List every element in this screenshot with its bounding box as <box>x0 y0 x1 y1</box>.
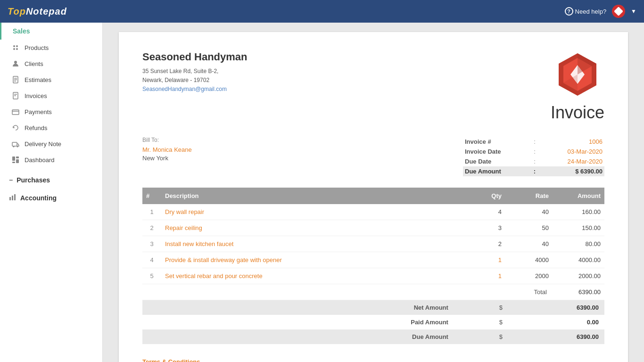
row-desc: Provide & install driveway gate with ope… <box>161 252 468 268</box>
row-num: 2 <box>142 220 161 236</box>
col-header-qty: Qty <box>468 188 505 204</box>
svg-rect-21 <box>12 156 15 161</box>
row-amount: 2000.00 <box>553 268 604 284</box>
due-amount-summary-label: Due Amount <box>142 329 454 344</box>
row-rate: 2000 <box>505 268 553 284</box>
paid-amount-row: Paid Amount $ 0.00 <box>142 315 604 329</box>
logo-graphic <box>554 51 601 98</box>
meta-label-3: Due Amount <box>463 166 530 176</box>
meta-val-3: $ 6390.00 <box>539 166 604 176</box>
billing-section: Bill To: Mr. Monica Keane New York Invoi… <box>142 137 604 176</box>
sidebar-item-delivery-note[interactable]: Delivery Note <box>0 136 102 152</box>
net-amount-symbol: $ <box>454 300 548 315</box>
need-help-button[interactable]: ? Need help? <box>565 7 607 16</box>
user-avatar[interactable] <box>612 5 625 18</box>
meta-invoice-num: Invoice # : 1006 <box>463 137 604 147</box>
meta-due-amount: Due Amount : $ 6390.00 <box>463 166 604 176</box>
row-desc: Set vertical rebar and pour concrete <box>161 268 468 284</box>
refunds-icon <box>11 123 20 132</box>
row-desc: Dry wall repair <box>161 204 468 220</box>
due-amount-summary-row: Due Amount $ 6390.00 <box>142 329 604 344</box>
sidebar-item-refunds[interactable]: Refunds <box>0 120 102 136</box>
sidebar-item-invoices[interactable]: Invoices <box>0 88 102 104</box>
meta-label-0: Invoice # <box>463 137 530 147</box>
help-icon: ? <box>565 7 573 16</box>
svg-rect-24 <box>16 156 19 158</box>
row-qty: 2 <box>468 236 505 252</box>
refunds-label: Refunds <box>25 124 47 132</box>
terms-label: Terms & Conditions <box>142 358 604 362</box>
sidebar-item-payments[interactable]: Payments <box>0 104 102 120</box>
svg-rect-26 <box>12 196 13 200</box>
row-rate: 40 <box>505 204 553 220</box>
net-amount-label: Net Amount <box>142 300 454 315</box>
svg-rect-27 <box>14 194 16 200</box>
sidebar-item-estimates[interactable]: Estimates <box>0 72 102 88</box>
dashboard-label: Dashboard <box>25 156 55 164</box>
invoice-title-area: Invoice <box>551 103 604 123</box>
row-qty: 4 <box>468 204 505 220</box>
row-amount: 150.00 <box>553 220 604 236</box>
client-name: Mr. Monica Keane <box>142 146 192 153</box>
svg-point-8 <box>14 61 17 64</box>
row-num: 3 <box>142 236 161 252</box>
due-amount-summary-symbol: $ <box>454 329 548 344</box>
row-num: 4 <box>142 252 161 268</box>
sidebar-accounting-header[interactable]: Accounting <box>0 189 102 207</box>
sidebar-item-products[interactable]: Products <box>0 40 102 56</box>
app-header: TopNotepad ? Need help? ▼ <box>0 0 644 23</box>
sidebar-item-clients[interactable]: Clients <box>0 56 102 72</box>
main-content: Seasoned Handyman 35 Sunset Lake Rd, Sui… <box>103 23 644 362</box>
meta-label-1: Invoice Date <box>463 147 530 156</box>
row-num: 5 <box>142 268 161 284</box>
svg-point-7 <box>16 48 18 50</box>
estimates-icon <box>11 75 20 84</box>
paid-amount-value: 0.00 <box>548 315 604 329</box>
sidebar-purchases-header[interactable]: − Purchases <box>0 172 102 189</box>
dashboard-icon <box>11 156 20 164</box>
invoices-icon <box>11 91 20 100</box>
svg-point-6 <box>13 48 15 50</box>
accounting-icon <box>9 193 17 202</box>
total-row: Total 6390.00 <box>142 284 604 300</box>
row-desc: Repair ceiling <box>161 220 468 236</box>
col-header-desc: Description <box>161 188 468 204</box>
terms-section: Terms & Conditions <box>142 354 604 362</box>
svg-rect-23 <box>12 162 15 163</box>
accounting-label: Accounting <box>20 194 57 202</box>
table-row: 2 Repair ceiling 3 50 150.00 <box>142 220 604 236</box>
net-amount-row: Net Amount $ 6390.00 <box>142 300 604 315</box>
products-icon <box>11 43 20 52</box>
svg-point-20 <box>17 146 18 148</box>
bill-to-label: Bill To: <box>142 137 192 143</box>
avatar-diamond <box>614 7 623 16</box>
meta-sep-1: : <box>530 147 539 156</box>
row-desc: Install new kitchen faucet <box>161 236 468 252</box>
svg-point-4 <box>13 45 15 47</box>
svg-rect-22 <box>16 159 19 163</box>
purchases-collapse-icon: − <box>9 176 13 184</box>
payments-label: Payments <box>25 108 52 115</box>
row-amount: 80.00 <box>553 236 604 252</box>
meta-sep-2: : <box>530 156 539 166</box>
sidebar-sales-header[interactable]: Sales <box>0 23 102 40</box>
company-header: Seasoned Handyman 35 Sunset Lake Rd, Sui… <box>142 51 604 123</box>
paid-amount-symbol: $ <box>454 315 548 329</box>
col-header-num: # <box>142 188 161 204</box>
need-help-label: Need help? <box>575 8 607 15</box>
delivery-note-icon <box>11 140 20 148</box>
svg-rect-18 <box>12 142 17 146</box>
products-label: Products <box>25 44 49 51</box>
due-amount-summary-value: 6390.00 <box>548 329 604 344</box>
col-header-rate: Rate <box>505 188 553 204</box>
svg-point-5 <box>16 45 18 47</box>
sidebar-item-dashboard[interactable]: Dashboard <box>0 152 102 168</box>
address-line1: 35 Sunset Lake Rd, Suite B-2, <box>142 67 248 76</box>
header-right: ? Need help? ▼ <box>565 5 636 18</box>
user-dropdown-arrow[interactable]: ▼ <box>631 8 636 15</box>
meta-val-2: 24-Mar-2020 <box>539 156 604 166</box>
invoice-paper: Seasoned Handyman 35 Sunset Lake Rd, Sui… <box>119 32 628 362</box>
company-name: Seasoned Handyman <box>142 51 248 63</box>
payments-icon <box>11 107 20 116</box>
meta-label-2: Due Date <box>463 156 530 166</box>
